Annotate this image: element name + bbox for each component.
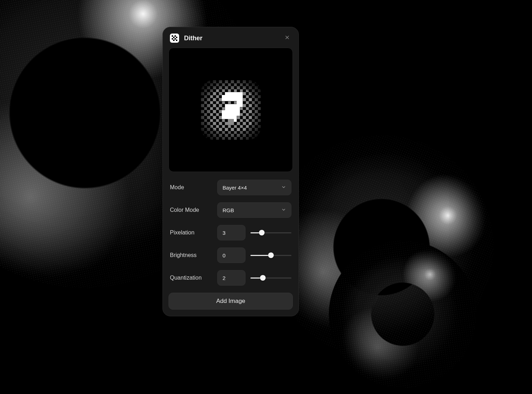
panel-title: Dither	[184, 35, 202, 42]
panel-header: Dither	[163, 27, 298, 48]
svg-rect-22	[222, 95, 228, 101]
pixelation-label: Pixelation	[170, 229, 212, 236]
quantization-row: Quantization 2	[170, 270, 291, 286]
svg-rect-4	[176, 37, 177, 38]
preview-wrap	[163, 48, 298, 172]
brightness-slider[interactable]	[250, 247, 291, 263]
svg-rect-7	[173, 40, 175, 41]
mode-row: Mode Bayer 4×4	[170, 180, 291, 195]
quantization-value: 2	[223, 275, 225, 281]
svg-rect-27	[228, 119, 234, 125]
svg-rect-25	[222, 110, 228, 119]
color-mode-value: RGB	[223, 207, 234, 213]
close-button[interactable]	[283, 34, 291, 42]
app-icon	[170, 34, 179, 43]
controls: Mode Bayer 4×4 Color Mode RGB Pixelation…	[163, 172, 298, 292]
mode-select[interactable]: Bayer 4×4	[217, 180, 291, 195]
add-image-button[interactable]: Add Image	[169, 293, 293, 310]
svg-rect-1	[172, 35, 173, 37]
brightness-label: Brightness	[170, 252, 212, 258]
pixelation-input[interactable]: 3	[217, 225, 246, 240]
pixelation-slider[interactable]	[250, 225, 291, 240]
svg-rect-6	[175, 38, 176, 40]
brightness-row: Brightness 0	[170, 247, 291, 263]
svg-rect-8	[176, 40, 177, 41]
close-icon	[285, 35, 290, 41]
add-image-label: Add Image	[216, 298, 245, 305]
pixelation-row: Pixelation 3	[170, 225, 291, 240]
preview-canvas	[169, 48, 293, 172]
chevron-down-icon	[281, 207, 286, 213]
quantization-slider[interactable]	[250, 270, 291, 286]
preview-image	[195, 74, 267, 146]
pixelation-value: 3	[223, 230, 225, 236]
quantization-label: Quantization	[170, 275, 212, 281]
color-mode-row: Color Mode RGB	[170, 202, 291, 218]
mode-value: Bayer 4×4	[223, 185, 247, 191]
svg-rect-2	[175, 35, 176, 37]
brightness-value: 0	[223, 252, 225, 258]
dither-panel: Dither	[162, 27, 299, 316]
quantization-input[interactable]: 2	[217, 270, 246, 286]
color-mode-select[interactable]: RGB	[217, 202, 291, 218]
brightness-input[interactable]: 0	[217, 247, 246, 263]
svg-rect-5	[172, 38, 173, 40]
mode-label: Mode	[170, 184, 212, 191]
chevron-down-icon	[281, 185, 286, 191]
color-mode-label: Color Mode	[170, 207, 212, 213]
svg-rect-3	[173, 37, 175, 38]
